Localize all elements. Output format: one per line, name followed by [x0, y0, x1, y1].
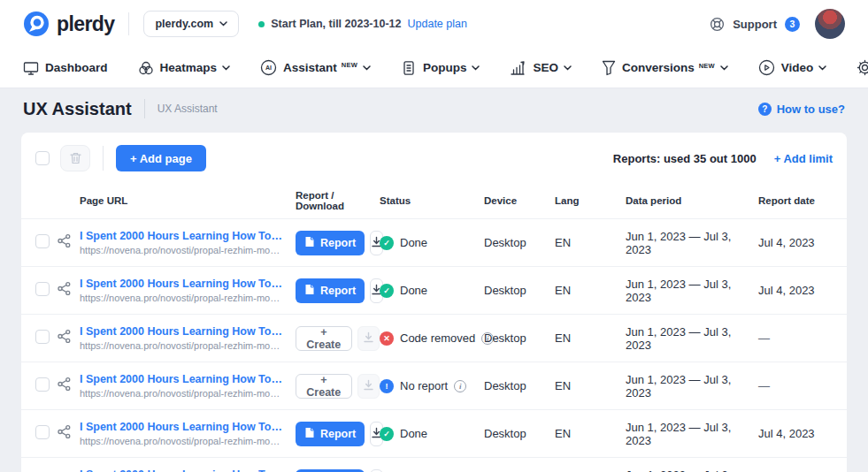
- support-lifebuoy-icon[interactable]: [710, 17, 725, 32]
- report-download-cell: Report: [296, 278, 380, 303]
- nav-item-label: Popups: [423, 61, 467, 74]
- report-doc-icon: [304, 284, 315, 298]
- share-icon[interactable]: [57, 284, 72, 299]
- support-label[interactable]: Support: [733, 18, 777, 31]
- download-button[interactable]: [357, 374, 380, 399]
- table-row: I Spent 2000 Hours Learning How To Learn…: [21, 409, 847, 457]
- chevron-down-icon: [364, 65, 371, 71]
- domain-selector-value: plerdy.com: [155, 18, 213, 30]
- status-icon: ✓: [380, 284, 394, 298]
- status-text: Done: [400, 284, 427, 297]
- nav-item-label: Dashboard: [45, 61, 108, 74]
- report-download-cell: Report: [296, 469, 380, 472]
- status-text: Code removed: [400, 331, 475, 345]
- row-checkbox[interactable]: [35, 282, 50, 296]
- chevron-down-icon: [565, 65, 572, 71]
- delete-button[interactable]: [60, 145, 90, 171]
- device-cell: Desktop: [484, 284, 555, 297]
- create-button[interactable]: + Create: [296, 326, 352, 351]
- chevron-down-icon: [223, 65, 230, 71]
- row-checkbox[interactable]: [35, 425, 50, 439]
- nav-item-dashboard[interactable]: Dashboard: [23, 60, 108, 76]
- nav-item-assistant[interactable]: AIAssistantNEW: [260, 59, 371, 76]
- page-title-link[interactable]: I Spent 2000 Hours Learning How To Learn…: [80, 325, 283, 338]
- column-header-data-period: Data period: [626, 195, 758, 206]
- row-checkbox[interactable]: [35, 234, 50, 248]
- page-title-link[interactable]: I Spent 2000 Hours Learning How To Learn…: [80, 278, 283, 290]
- user-avatar[interactable]: [815, 9, 845, 39]
- report-date-cell: —: [758, 331, 833, 345]
- column-header-lang: Lang: [555, 195, 626, 206]
- nav-item-popups[interactable]: Popups: [401, 60, 480, 76]
- update-plan-link[interactable]: Update plan: [408, 18, 467, 30]
- page-title-link[interactable]: I Spent 2000 Hours Learning How To Learn…: [80, 468, 283, 472]
- header-divider: [128, 12, 129, 35]
- nav-item-settings[interactable]: Settings: [856, 59, 868, 76]
- share-icon[interactable]: [57, 427, 72, 442]
- share-icon[interactable]: [57, 331, 72, 346]
- nav-item-heatmaps[interactable]: Heatmaps: [138, 60, 231, 76]
- report-download-cell: + Create: [296, 374, 380, 399]
- nav-item-conversions[interactable]: ConversionsNEW: [602, 60, 728, 76]
- plan-status: Start Plan, till 2023-10-12 Update plan: [258, 18, 467, 30]
- table-row: I Spent 2000 Hours Learning How To Learn…: [21, 457, 847, 472]
- info-icon[interactable]: i: [454, 380, 466, 392]
- page-url-text: https://novena.pro/novosti/propal-rezhim…: [80, 340, 283, 351]
- status-icon: ✓: [380, 236, 394, 250]
- table-row: I Spent 2000 Hours Learning How To Learn…: [21, 218, 847, 266]
- share-icon[interactable]: [57, 379, 72, 394]
- data-period-cell: Jun 1, 2023 — Jul 3, 2023: [626, 373, 758, 400]
- dashboard-icon: [23, 60, 39, 76]
- table-row: I Spent 2000 Hours Learning How To Learn…: [21, 266, 847, 314]
- page-title-link[interactable]: I Spent 2000 Hours Learning How To Learn…: [80, 230, 283, 242]
- breadcrumb: UX Assistant: [157, 103, 218, 115]
- status-icon: ✕: [380, 331, 394, 346]
- device-cell: Desktop: [484, 379, 555, 392]
- data-period-cell: Jun 1, 2023 — Jul 3, 2023: [626, 421, 758, 447]
- nav-item-video[interactable]: Video: [758, 59, 827, 76]
- logo-wordmark: plerdy: [57, 12, 114, 36]
- nav-item-label: Conversions: [622, 61, 695, 74]
- share-icon[interactable]: [57, 236, 72, 251]
- plerdy-logo[interactable]: plerdy: [23, 11, 114, 37]
- lang-cell: EN: [555, 331, 626, 345]
- popups-icon: [401, 60, 417, 76]
- new-badge: NEW: [699, 62, 715, 70]
- how-to-use-link[interactable]: ? How to use?: [758, 103, 845, 116]
- settings-icon: [856, 59, 868, 76]
- page-title-link[interactable]: I Spent 2000 Hours Learning How To Learn…: [80, 373, 283, 385]
- report-download-cell: Report: [296, 422, 380, 446]
- support-count-badge: 3: [785, 17, 800, 32]
- download-button[interactable]: [357, 326, 380, 351]
- download-button[interactable]: [370, 469, 383, 472]
- row-checkbox[interactable]: [35, 330, 50, 344]
- plerdy-logo-icon: [23, 11, 50, 37]
- report-date-cell: Jul 4, 2023: [758, 427, 833, 440]
- lang-cell: EN: [555, 236, 626, 249]
- device-cell: Desktop: [484, 236, 555, 249]
- report-download-cell: + Create: [296, 326, 380, 351]
- status-cell: ! No reporti: [380, 379, 484, 393]
- status-text: Done: [400, 427, 427, 440]
- select-all-checkbox[interactable]: [35, 151, 50, 165]
- report-date-cell: Jul 4, 2023: [758, 236, 833, 249]
- card-toolbar: + Add page Reports: used 35 out 1000 + A…: [21, 133, 847, 183]
- domain-selector[interactable]: plerdy.com: [143, 11, 239, 37]
- report-download-cell: Report: [296, 231, 380, 255]
- status-cell: ✓ Done: [380, 427, 484, 441]
- nav-item-seo[interactable]: SEO: [510, 60, 572, 76]
- plan-status-text: Start Plan, till 2023-10-12: [271, 18, 401, 30]
- report-button[interactable]: Report: [296, 422, 365, 446]
- report-date-cell: —: [758, 379, 833, 392]
- table-row: I Spent 2000 Hours Learning How To Learn…: [21, 362, 847, 409]
- device-cell: Desktop: [484, 331, 555, 345]
- report-button[interactable]: Report: [296, 231, 365, 255]
- create-button[interactable]: + Create: [296, 374, 352, 399]
- report-button[interactable]: Report: [296, 469, 365, 472]
- download-icon: [363, 331, 374, 346]
- page-title-link[interactable]: I Spent 2000 Hours Learning How To Learn…: [80, 421, 283, 433]
- report-button[interactable]: Report: [296, 278, 365, 303]
- add-page-button[interactable]: + Add page: [116, 145, 206, 171]
- add-limit-link[interactable]: + Add limit: [774, 152, 833, 165]
- row-checkbox[interactable]: [35, 377, 50, 392]
